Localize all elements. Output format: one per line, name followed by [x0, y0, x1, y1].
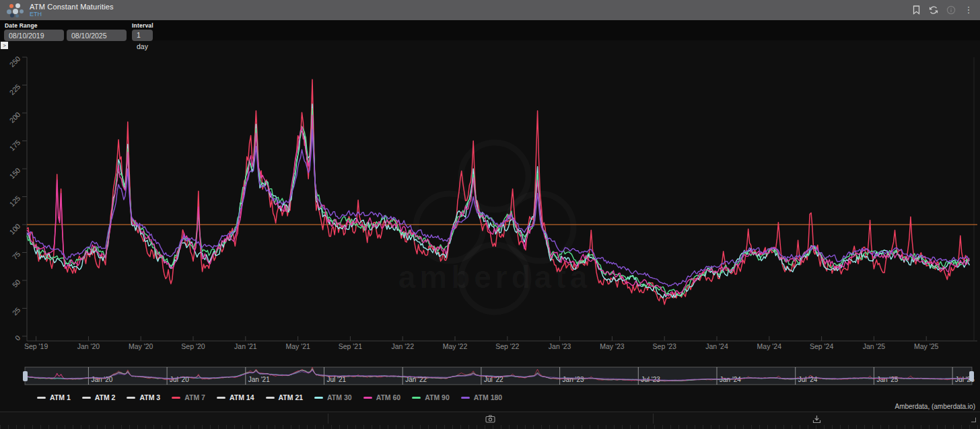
bottom-toolbar	[0, 412, 980, 429]
legend-label: ATM 2	[95, 393, 116, 401]
navigator-tick-label: Jan '23	[563, 376, 584, 383]
widget-header: ATM Constant Maturities ETH ⋮	[0, 0, 980, 20]
navigator-tick-label: Jul '24	[798, 376, 818, 383]
chart-legend: ATM 1ATM 2ATM 3ATM 7ATM 14ATM 21ATM 30AT…	[37, 393, 502, 401]
x-tick-label: May '23	[600, 342, 625, 350]
legend-item-atm-21[interactable]: ATM 21	[266, 393, 304, 401]
legend-label: ATM 30	[327, 393, 352, 401]
x-tick-label: Sep '23	[653, 342, 676, 350]
resize-corner-icon	[971, 418, 976, 422]
navigator-tick-label: Jan '24	[720, 376, 741, 383]
legend-marker	[82, 397, 91, 399]
legend-item-atm-90[interactable]: ATM 90	[412, 393, 450, 401]
legend-marker	[217, 397, 225, 399]
refresh-icon[interactable]	[928, 4, 940, 16]
date-to-input[interactable]	[67, 30, 127, 41]
legend-marker	[37, 397, 46, 399]
legend-item-atm-2[interactable]: ATM 2	[82, 393, 116, 401]
x-tick-label: May '24	[757, 342, 782, 350]
screenshot-camera-button[interactable]	[481, 413, 499, 425]
legend-label: ATM 3	[139, 393, 160, 401]
atm-constant-maturities-widget: amberdata0255075100125150175200225250Sep…	[0, 0, 980, 429]
y-tick-label: 150	[8, 166, 22, 180]
x-tick-label: Sep '24	[810, 342, 833, 350]
legend-item-atm-60[interactable]: ATM 60	[363, 393, 401, 401]
navigator: Jan '20Jul '20Jan '21Jul '21Jan '22Jul '…	[23, 367, 975, 385]
navigator-handle-left[interactable]	[23, 371, 28, 381]
legend-item-atm-30[interactable]: ATM 30	[314, 393, 352, 401]
minor-tick-strip	[0, 425, 980, 429]
legend-label: ATM 180	[474, 393, 502, 401]
legend-item-atm-3[interactable]: ATM 3	[127, 393, 160, 401]
date-from-input[interactable]	[4, 30, 64, 41]
y-tick-label: 200	[8, 110, 22, 124]
y-tick-label: 50	[11, 278, 22, 289]
x-tick-label: Jan '24	[705, 342, 728, 350]
x-tick-label: Sep '19	[24, 342, 48, 350]
legend-marker	[363, 397, 372, 399]
navigator-handle-right[interactable]	[969, 371, 974, 381]
legend-label: ATM 90	[425, 393, 450, 401]
kebab-menu-icon[interactable]: ⋮	[963, 4, 975, 16]
legend-item-atm-7[interactable]: ATM 7	[172, 393, 205, 401]
x-tick-label: May '22	[443, 342, 468, 350]
y-tick-label: 250	[8, 54, 22, 69]
page-title: ATM Constant Maturities	[30, 3, 114, 11]
date-range-label: Date Range	[5, 22, 38, 29]
x-tick-label: May '20	[129, 342, 153, 350]
amberdata-logo-icon	[7, 3, 24, 17]
legend-label: ATM 1	[50, 393, 71, 401]
legend-label: ATM 21	[279, 393, 304, 401]
legend-marker	[172, 397, 180, 399]
legend-marker	[412, 397, 421, 399]
y-tick-label: 75	[11, 249, 22, 261]
bookmark-icon[interactable]	[910, 4, 922, 16]
axes: 0255075100125150175200225250Sep '19Jan '…	[8, 54, 977, 350]
legend-marker	[314, 397, 323, 399]
x-tick-label: Jan '23	[549, 342, 571, 350]
legend-marker	[127, 397, 135, 399]
x-tick-label: Jan '21	[234, 342, 257, 350]
download-button[interactable]	[808, 413, 825, 425]
legend-item-atm-1[interactable]: ATM 1	[37, 393, 71, 401]
panel-expander-button[interactable]: >	[1, 42, 8, 49]
x-tick-label: May '21	[285, 342, 310, 350]
legend-marker	[461, 397, 470, 399]
chart-canvas: amberdata0255075100125150175200225250Sep…	[0, 0, 980, 429]
x-tick-label: Sep '21	[339, 342, 362, 350]
legend-marker	[266, 397, 275, 399]
x-tick-label: May '25	[914, 342, 939, 350]
y-tick-label: 0	[13, 334, 22, 342]
x-tick-label: Jan '22	[391, 342, 414, 350]
x-tick-label: Sep '20	[181, 342, 205, 350]
y-tick-label: 100	[8, 222, 22, 236]
x-tick-label: Jan '25	[863, 342, 886, 350]
y-tick-label: 25	[11, 305, 22, 317]
legend-label: ATM 7	[184, 393, 205, 401]
y-tick-label: 225	[8, 82, 22, 96]
y-tick-label: 175	[8, 138, 22, 152]
legend-label: ATM 14	[230, 393, 254, 401]
interval-label: Interval	[132, 22, 153, 29]
interval-value-button[interactable]: 1 day	[132, 30, 153, 41]
amberdata-watermark: amberdata	[398, 143, 592, 312]
x-tick-label: Sep '22	[495, 342, 519, 350]
legend-item-atm-180[interactable]: ATM 180	[461, 393, 502, 401]
asset-label: ETH	[30, 11, 114, 17]
legend-label: ATM 60	[376, 393, 401, 401]
navigator-tick-label: Jan '21	[248, 376, 270, 383]
chart-controls: Date Range Interval 1 day	[0, 20, 980, 40]
legend-item-atm-14[interactable]: ATM 14	[217, 393, 254, 401]
watermark-text: amberdata	[398, 260, 592, 295]
y-tick-label: 125	[8, 194, 22, 208]
x-tick-label: Jan '20	[77, 342, 100, 350]
info-icon[interactable]	[945, 4, 957, 16]
source-caption: Amberdata, (amberdata.io)	[895, 403, 975, 410]
